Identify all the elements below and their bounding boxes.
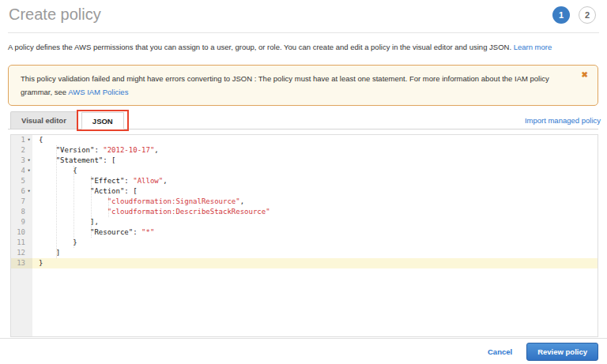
- json-plain-token: "Version":: [39, 146, 103, 154]
- line-number: 13: [17, 258, 25, 268]
- code-line[interactable]: }: [32, 258, 598, 268]
- gutter-line-number: 3▾: [11, 156, 32, 166]
- page-title: Create policy: [9, 6, 101, 24]
- code-line[interactable]: "Statement": [: [32, 156, 598, 166]
- json-plain-token: }: [39, 259, 43, 267]
- json-plain-token: {: [39, 167, 77, 174]
- code-line[interactable]: ]: [32, 248, 598, 258]
- line-number: 7: [21, 197, 25, 207]
- intro-description: A policy defines the AWS permissions tha…: [8, 43, 514, 51]
- gutter-line-number: 4▾: [11, 166, 32, 176]
- json-string-value: "*": [141, 228, 154, 236]
- fold-toggle-icon[interactable]: ▾: [25, 186, 32, 197]
- json-plain-token: "Effect":: [39, 177, 133, 185]
- code-line[interactable]: "Version": "2012-10-17",: [32, 145, 598, 156]
- tab-visual-editor[interactable]: Visual editor: [10, 111, 77, 129]
- learn-more-link[interactable]: Learn more: [514, 43, 552, 51]
- line-number: 8: [21, 207, 25, 217]
- fold-toggle-icon[interactable]: ▾: [25, 156, 32, 166]
- json-plain-token: }: [39, 238, 77, 246]
- editor-code-area[interactable]: { "Version": "2012-10-17", "Statement": …: [32, 135, 598, 336]
- step-2-indicator: 2: [579, 6, 596, 24]
- code-line[interactable]: {: [32, 166, 598, 176]
- gutter-line-number: 7: [11, 197, 32, 207]
- editor-gutter: 1▾23▾4▾56▾78910111213: [11, 135, 32, 336]
- tab-json-wrap: JSON: [81, 112, 124, 129]
- intro-text: A policy defines the AWS permissions tha…: [8, 42, 599, 52]
- code-line[interactable]: "Resource": "*": [32, 227, 598, 238]
- fold-toggle-icon[interactable]: ▾: [25, 135, 32, 145]
- line-number: 10: [17, 227, 25, 238]
- json-plain-token: ,: [240, 197, 244, 205]
- code-line[interactable]: "Action": [: [32, 186, 598, 197]
- tab-json[interactable]: JSON: [81, 112, 124, 129]
- code-line[interactable]: "cloudformation:DescribeStackResource": [32, 207, 598, 217]
- gutter-line-number: 1▾: [11, 135, 32, 145]
- gutter-line-number: 9: [11, 217, 32, 227]
- line-number: 12: [17, 248, 25, 258]
- gutter-line-number: 2: [11, 145, 32, 156]
- footer-actions: Cancel Review policy: [0, 339, 598, 364]
- gutter-line-number: 8: [11, 207, 32, 217]
- json-plain-token: "Resource":: [39, 228, 141, 236]
- import-managed-policy-link[interactable]: Import managed policy: [525, 116, 601, 125]
- json-string-value: "cloudformation:SignalResource": [107, 197, 240, 205]
- validation-error-banner: This policy validation failed and might …: [8, 65, 598, 106]
- json-plain-token: [39, 197, 107, 205]
- json-string-value: "Allow": [133, 177, 163, 185]
- code-line[interactable]: "Effect": "Allow",: [32, 176, 598, 186]
- fold-toggle-icon[interactable]: ▾: [25, 166, 32, 176]
- close-icon[interactable]: ✖: [582, 70, 588, 80]
- json-editor[interactable]: 1▾23▾4▾56▾78910111213 { "Version": "2012…: [10, 134, 598, 337]
- code-line[interactable]: ],: [32, 217, 598, 227]
- header-divider: [8, 32, 599, 33]
- json-string-value: "cloudformation:DescribeStackResource": [107, 208, 270, 216]
- json-string-value: "2012-10-17": [103, 146, 154, 154]
- gutter-line-number: 10: [11, 227, 32, 238]
- create-policy-page: Create policy 1 2 A policy defines the A…: [0, 0, 607, 364]
- json-plain-token: [39, 208, 107, 216]
- json-plain-token: {: [39, 136, 43, 144]
- json-plain-token: ],: [39, 218, 99, 226]
- aws-iam-policies-link[interactable]: AWS IAM Policies: [68, 88, 128, 96]
- code-line[interactable]: }: [32, 238, 598, 248]
- code-line[interactable]: "cloudformation:SignalResource",: [32, 197, 598, 207]
- json-plain-token: "Action": [: [39, 187, 138, 195]
- line-number: 5: [21, 176, 25, 186]
- gutter-line-number: 12: [11, 248, 32, 258]
- line-number: 9: [21, 217, 25, 227]
- json-plain-token: ,: [154, 146, 158, 154]
- line-number: 2: [21, 145, 25, 156]
- cancel-button[interactable]: Cancel: [488, 347, 512, 356]
- step-1-indicator: 1: [552, 6, 570, 24]
- gutter-line-number: 6▾: [11, 186, 32, 197]
- review-policy-button[interactable]: Review policy: [526, 343, 598, 361]
- line-number: 11: [17, 238, 25, 248]
- step-indicator: 1 2: [552, 6, 596, 24]
- json-plain-token: "Statement": [: [39, 156, 116, 164]
- gutter-line-number: 13: [11, 258, 32, 268]
- gutter-line-number: 11: [11, 238, 32, 248]
- json-plain-token: ]: [39, 249, 60, 257]
- code-line[interactable]: {: [32, 135, 598, 145]
- gutter-line-number: 5: [11, 176, 32, 186]
- editor-tabs: Visual editor JSON: [8, 111, 598, 129]
- json-plain-token: ,: [163, 177, 167, 185]
